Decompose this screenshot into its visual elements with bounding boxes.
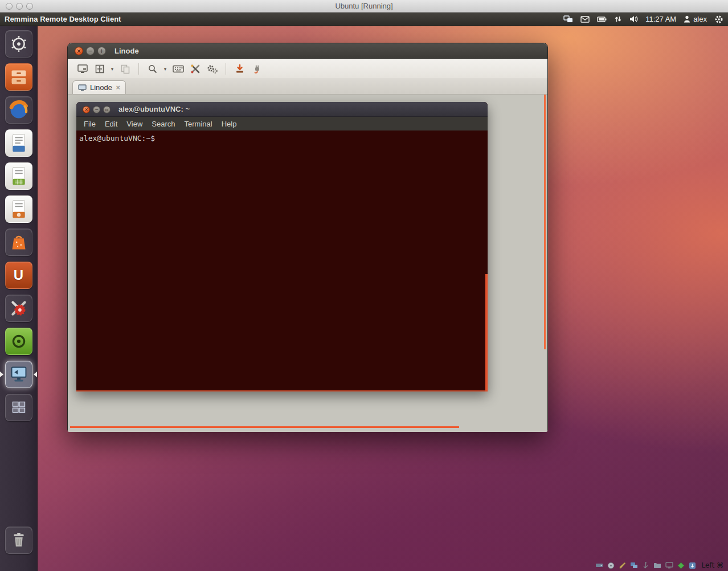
host-zoom-button[interactable]: [26, 3, 33, 10]
shell-prompt: alex@ubuntuVNC:~$: [79, 134, 155, 142]
screenshot-icon[interactable]: [232, 62, 247, 76]
remmina-minimize-button[interactable]: −: [86, 47, 95, 55]
host-close-button[interactable]: [6, 3, 13, 10]
launcher-item-ubuntu-one[interactable]: U: [5, 262, 32, 289]
firefox-icon: [6, 96, 32, 124]
libreoffice-impress-icon: [6, 195, 32, 223]
software-updater-icon: [6, 328, 32, 355]
audio-icon[interactable]: [619, 562, 626, 569]
launcher-item-system-settings[interactable]: [5, 295, 32, 322]
fullscreen-options-dropdown[interactable]: ▾: [109, 62, 116, 76]
menu-edit[interactable]: Edit: [100, 120, 122, 128]
vbox-statusbar: Left ⌘: [595, 561, 723, 569]
host-window-title: Ubuntu [Running]: [0, 2, 728, 10]
hdd-icon[interactable]: [595, 562, 603, 569]
menu-file[interactable]: File: [79, 120, 100, 128]
remmina-focused-indicator: [34, 372, 37, 377]
launcher-item-libreoffice-calc[interactable]: [5, 162, 32, 190]
connection-tab-icon: [78, 84, 87, 91]
launcher-item-libreoffice-impress[interactable]: [5, 195, 32, 223]
toggle-fullscreen-icon[interactable]: [92, 62, 107, 76]
launcher-item-ubuntu-software-center[interactable]: [5, 229, 32, 256]
duplicate-connection-icon[interactable]: [117, 62, 133, 76]
mail-icon[interactable]: [580, 16, 590, 23]
toolbar-separator: [138, 63, 139, 75]
tab-linode[interactable]: Linode ×: [72, 80, 126, 94]
launcher-item-software-updater[interactable]: [5, 328, 32, 355]
features-icon[interactable]: [677, 562, 685, 569]
battery-icon[interactable]: [597, 16, 607, 23]
remmina-tabbar: Linode ×: [68, 79, 547, 95]
libreoffice-calc-icon: [6, 162, 32, 190]
trash-icon: [6, 527, 32, 554]
launcher-item-files[interactable]: [5, 63, 32, 91]
host-key-label: Left ⌘: [702, 561, 723, 569]
host-titlebar[interactable]: Ubuntu [Running]: [0, 0, 728, 13]
menu-search[interactable]: Search: [147, 120, 179, 128]
settings-icon[interactable]: [205, 62, 220, 76]
menu-help[interactable]: Help: [217, 120, 242, 128]
display-icon[interactable]: [665, 562, 673, 569]
tab-label: Linode: [90, 83, 112, 92]
virtualbox-vm-screen: Ubuntu [Running] Remmina Remote Desktop …: [0, 0, 728, 571]
remmina-maximize-button[interactable]: +: [97, 47, 106, 55]
render-artifact: [544, 95, 546, 349]
workspace-switcher-icon: [6, 394, 32, 421]
session-gear-icon[interactable]: [714, 15, 723, 24]
files-icon: [6, 63, 32, 91]
launcher-item-remmina[interactable]: [5, 361, 32, 388]
volume-icon[interactable]: [629, 15, 638, 23]
sync-arrows-icon[interactable]: [614, 15, 622, 23]
terminal-maximize-button[interactable]: ▫: [103, 106, 111, 113]
terminal-titlebar[interactable]: × − ▫ alex@ubuntuVNC: ~: [76, 102, 488, 117]
network-icon[interactable]: [630, 562, 638, 569]
zoom-options-dropdown[interactable]: ▾: [162, 62, 169, 76]
menu-terminal[interactable]: Terminal: [180, 120, 217, 128]
ubuntu-one-icon: U: [14, 267, 23, 283]
launcher-item-libreoffice-writer[interactable]: [5, 129, 32, 157]
username: alex: [693, 15, 707, 23]
launcher-item-trash[interactable]: [5, 527, 32, 554]
render-artifact: [485, 274, 488, 391]
render-artifact: [70, 426, 459, 428]
disconnect-icon[interactable]: [249, 62, 264, 76]
remote-screens-icon[interactable]: [563, 15, 573, 23]
terminal-close-button[interactable]: ×: [83, 106, 90, 113]
remmina-close-button[interactable]: ×: [75, 47, 83, 55]
pointer-capture-icon[interactable]: [689, 562, 696, 569]
remmina-window-controls: × − +: [75, 47, 106, 55]
usb-icon[interactable]: [642, 562, 649, 569]
remmina-window-title: Linode: [114, 47, 139, 55]
remmina-titlebar[interactable]: × − + Linode: [68, 43, 547, 59]
terminal-menubar: File Edit View Search Terminal Help: [76, 117, 488, 130]
active-app-title[interactable]: Remmina Remote Desktop Client: [5, 15, 121, 23]
remmina-toolbar: ▾ ▾: [68, 59, 547, 79]
panel-indicators: 11:27 AM alex: [563, 15, 728, 24]
remote-desktop-viewport[interactable]: × − ▫ alex@ubuntuVNC: ~ File Edit View S…: [68, 95, 547, 432]
user-menu[interactable]: alex: [684, 15, 707, 23]
terminal-minimize-button[interactable]: −: [93, 106, 100, 113]
optical-icon[interactable]: [607, 562, 615, 569]
launcher-item-dash-home[interactable]: [5, 30, 32, 58]
launcher-item-firefox[interactable]: [5, 96, 32, 124]
clock[interactable]: 11:27 AM: [645, 15, 676, 23]
tab-close-icon[interactable]: ×: [116, 84, 120, 91]
menu-view[interactable]: View: [122, 120, 147, 128]
terminal-title: alex@ubuntuVNC: ~: [118, 105, 190, 113]
zoom-icon[interactable]: [145, 62, 160, 76]
host-minimize-button[interactable]: [16, 3, 23, 10]
remmina-running-indicator: [0, 372, 3, 377]
tools-icon[interactable]: [187, 62, 203, 76]
host-window-controls: [6, 3, 33, 10]
render-artifact: [76, 390, 488, 391]
launcher-item-workspace-switcher[interactable]: [5, 394, 32, 421]
toolbar-separator: [226, 63, 226, 75]
terminal-window-controls: × − ▫: [83, 106, 111, 113]
remmina-icon: [6, 361, 32, 388]
shared-folders-icon[interactable]: [653, 562, 661, 569]
system-settings-icon: [6, 295, 32, 322]
grab-keyboard-icon[interactable]: [170, 62, 186, 76]
resize-window-icon[interactable]: [75, 62, 90, 76]
terminal-screen[interactable]: alex@ubuntuVNC:~$: [76, 130, 488, 391]
software-center-icon: [6, 229, 32, 256]
